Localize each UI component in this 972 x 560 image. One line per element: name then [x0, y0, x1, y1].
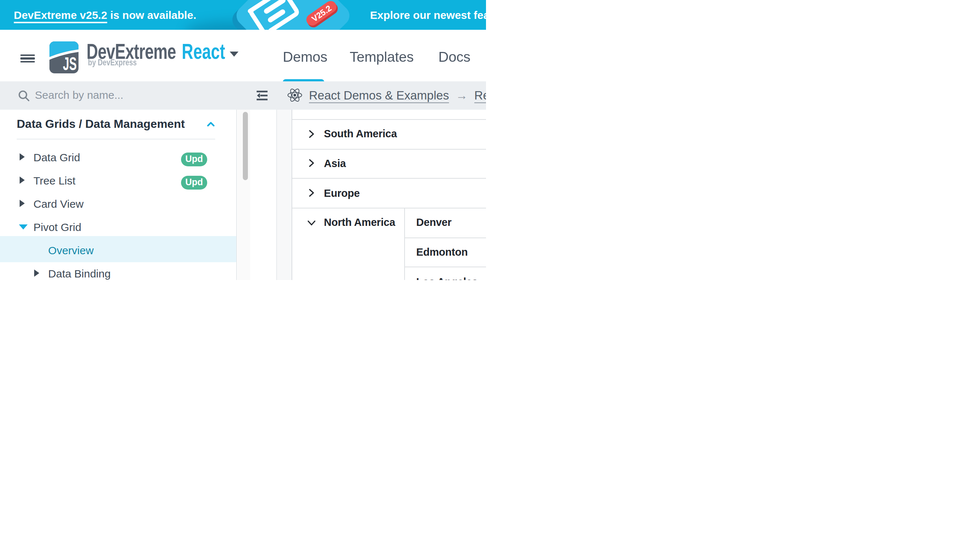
svg-text:JS: JS	[63, 53, 77, 73]
